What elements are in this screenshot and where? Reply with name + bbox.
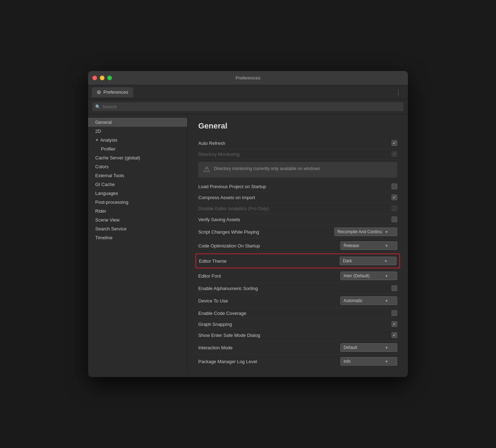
- chevron-down-icon: ▼: [385, 360, 388, 364]
- sidebar-item-general[interactable]: General: [88, 118, 187, 127]
- chevron-down-icon: ▼: [385, 346, 388, 350]
- setting-label-verify-saving: Verify Saving Assets: [198, 217, 240, 222]
- setting-row-editor-theme: Editor Theme Dark ▼: [195, 253, 400, 268]
- setting-label-alphanumeric-sorting: Enable Alphanumeric Sorting: [198, 286, 258, 291]
- setting-row-auto-refresh: Auto Refresh: [198, 138, 397, 149]
- setting-label-device-to-use: Device To Use: [198, 298, 228, 304]
- setting-row-alphanumeric-sorting: Enable Alphanumeric Sorting: [198, 283, 397, 294]
- setting-row-graph-snapping: Graph Snapping: [198, 319, 397, 330]
- gear-icon: ⚙: [97, 89, 101, 95]
- maximize-button[interactable]: [107, 76, 112, 80]
- setting-row-verify-saving: Verify Saving Assets: [198, 214, 397, 225]
- setting-label-code-optimization: Code Optimization On Startup: [198, 243, 260, 248]
- main-panel: General Auto Refresh Directory Monitorin…: [188, 114, 408, 377]
- more-options-button[interactable]: ⋮: [392, 88, 404, 96]
- page-title: General: [198, 121, 397, 131]
- sidebar-item-2d[interactable]: 2D: [88, 127, 187, 136]
- dropdown-editor-font[interactable]: Inter (Default) ▼: [340, 272, 397, 280]
- chevron-down-icon: ▼: [385, 299, 388, 303]
- sidebar-item-scene-view[interactable]: Scene View: [88, 215, 187, 224]
- chevron-down-icon: ▼: [385, 274, 388, 278]
- checkbox-graph-snapping[interactable]: [392, 321, 397, 327]
- search-input[interactable]: [92, 102, 404, 111]
- setting-label-disable-analytics: Disable Editor Analytics (Pro Only): [198, 206, 269, 211]
- sidebar-item-cache-server[interactable]: Cache Server (global): [88, 153, 187, 162]
- setting-row-disable-analytics: Disable Editor Analytics (Pro Only): [198, 203, 397, 214]
- setting-label-editor-font: Editor Font: [198, 273, 221, 279]
- setting-row-interaction-mode: Interaction Mode Default ▼: [198, 341, 397, 355]
- setting-label-editor-theme: Editor Theme: [199, 258, 227, 264]
- tab-label: Preferences: [103, 89, 128, 95]
- content-area: General 2D ▼ Analysis Profiler Cache Ser…: [88, 114, 408, 377]
- sidebar-item-analysis[interactable]: ▼ Analysis: [88, 136, 187, 144]
- setting-row-script-changes: Script Changes While Playing Recompile A…: [198, 225, 397, 239]
- dropdown-script-changes[interactable]: Recompile And Continu ▼: [334, 228, 397, 236]
- setting-label-safe-mode-dialog: Show Enter Safe Mode Dialog: [198, 333, 260, 338]
- setting-row-device-to-use: Device To Use Automatic ▼: [198, 294, 397, 308]
- dropdown-value-interaction-mode: Default: [344, 345, 357, 350]
- dropdown-value-editor-theme: Dark: [343, 258, 352, 263]
- tab-preferences[interactable]: ⚙ Preferences: [92, 87, 133, 97]
- dropdown-value-editor-font: Inter (Default): [344, 273, 370, 278]
- setting-label-code-coverage: Enable Code Coverage: [198, 311, 246, 316]
- preferences-window: Preferences ⚙ Preferences ⋮ 🔍 General 2D…: [88, 71, 408, 377]
- checkbox-load-previous[interactable]: [392, 184, 397, 189]
- sidebar-item-search-service[interactable]: Search Service: [88, 224, 187, 233]
- chevron-down-icon: ▼: [385, 230, 388, 234]
- setting-row-directory-monitoring: Directory Monitoring: [198, 149, 397, 160]
- dropdown-editor-theme[interactable]: Dark ▼: [340, 257, 397, 265]
- setting-label-graph-snapping: Graph Snapping: [198, 322, 232, 327]
- setting-label-auto-refresh: Auto Refresh: [198, 141, 225, 146]
- dropdown-value-code-optimization: Release: [344, 243, 359, 248]
- sidebar-item-rider[interactable]: Rider: [88, 207, 187, 215]
- expand-triangle-icon: ▼: [95, 138, 99, 142]
- dropdown-interaction-mode[interactable]: Default ▼: [340, 343, 397, 352]
- warning-icon: ⚠: [203, 165, 210, 174]
- setting-row-code-coverage: Enable Code Coverage: [198, 308, 397, 319]
- warning-box-directory: ⚠ Directory monitoring currently only av…: [198, 162, 397, 177]
- minimize-button[interactable]: [100, 76, 104, 80]
- checkbox-verify-saving[interactable]: [392, 217, 397, 222]
- sidebar-item-profiler[interactable]: Profiler: [88, 144, 187, 153]
- dropdown-package-manager-log[interactable]: Info ▼: [340, 357, 397, 366]
- warning-text: Directory monitoring currently only avai…: [214, 165, 320, 172]
- checkbox-directory-monitoring[interactable]: [392, 151, 397, 157]
- settings-section: Auto Refresh Directory Monitoring ⚠ Dire…: [198, 138, 397, 368]
- setting-label-interaction-mode: Interaction Mode: [198, 345, 233, 350]
- tab-bar: ⚙ Preferences ⋮: [88, 85, 408, 99]
- search-wrapper: 🔍: [92, 102, 404, 111]
- dropdown-value-package-manager-log: Info: [344, 359, 351, 364]
- sidebar-item-timeline[interactable]: Timeline: [88, 233, 187, 242]
- chevron-down-icon: ▼: [385, 244, 388, 248]
- checkbox-disable-analytics[interactable]: [392, 206, 397, 211]
- close-button[interactable]: [92, 76, 97, 80]
- dropdown-value-script-changes: Recompile And Continu: [338, 229, 382, 234]
- checkbox-alphanumeric-sorting[interactable]: [392, 285, 397, 291]
- setting-label-load-previous: Load Previous Project on Startup: [198, 184, 266, 189]
- sidebar-item-external-tools[interactable]: External Tools: [88, 171, 187, 180]
- setting-label-compress-assets: Compress Assets on Import: [198, 195, 255, 200]
- setting-row-code-optimization: Code Optimization On Startup Release ▼: [198, 239, 397, 253]
- setting-row-editor-font: Editor Font Inter (Default) ▼: [198, 269, 397, 283]
- setting-label-package-manager-log: Package Manager Log Level: [198, 359, 257, 364]
- checkbox-code-coverage[interactable]: [392, 310, 397, 316]
- setting-row-safe-mode-dialog: Show Enter Safe Mode Dialog: [198, 330, 397, 341]
- dropdown-device-to-use[interactable]: Automatic ▼: [340, 296, 397, 305]
- setting-row-compress-assets: Compress Assets on Import: [198, 192, 397, 203]
- sidebar-item-gi-cache[interactable]: GI Cache: [88, 180, 187, 189]
- sidebar-item-post-processing[interactable]: Post-processing: [88, 198, 187, 207]
- setting-row-load-previous: Load Previous Project on Startup: [198, 181, 397, 192]
- setting-label-script-changes: Script Changes While Playing: [198, 229, 259, 235]
- traffic-lights: [92, 76, 112, 80]
- checkbox-auto-refresh[interactable]: [392, 140, 397, 146]
- setting-label-directory-monitoring: Directory Monitoring: [198, 152, 239, 157]
- chevron-down-icon: ▼: [384, 259, 388, 263]
- checkbox-safe-mode-dialog[interactable]: [392, 332, 397, 338]
- dropdown-code-optimization[interactable]: Release ▼: [340, 241, 397, 250]
- search-bar: 🔍: [88, 99, 408, 114]
- checkbox-compress-assets[interactable]: [392, 195, 397, 200]
- window-title: Preferences: [236, 75, 260, 81]
- sidebar-item-colors[interactable]: Colors: [88, 162, 187, 171]
- sidebar-item-languages[interactable]: Languages: [88, 189, 187, 198]
- sidebar-item-label: Analysis: [100, 137, 117, 143]
